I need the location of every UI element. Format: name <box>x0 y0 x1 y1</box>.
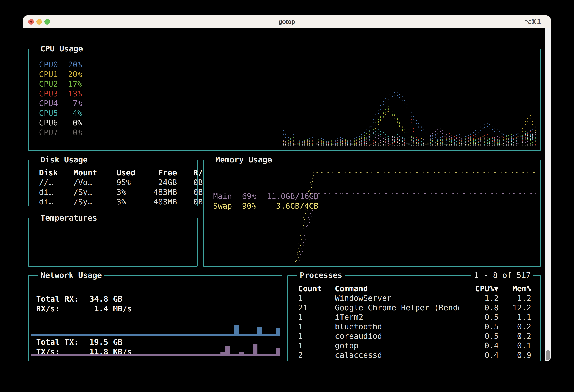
cpu-legend-row: CPU2 17% <box>39 79 82 89</box>
cpu-legend-row: CPU1 20% <box>39 69 82 79</box>
process-table-row[interactable]: 4 Google Chrome Helper 0.3 0.7 <box>298 360 531 361</box>
cpu-legend-row: CPU3 13% <box>39 89 82 98</box>
process-table-row[interactable]: 1 iTerm2 0.5 1.1 <box>298 312 531 322</box>
process-table-row[interactable]: 1 WindowServer 1.2 1.2 <box>298 293 531 303</box>
scrollbar-thumb[interactable] <box>546 350 550 360</box>
process-cell-count: 4 <box>298 360 335 362</box>
memory-history-chart <box>205 162 538 264</box>
memory-detail: 11.0GB/16GB <box>256 192 319 201</box>
cpu-core-percent: 20% <box>58 60 82 69</box>
process-header-cpu[interactable]: CPU%▼ <box>459 284 499 293</box>
process-cell-cpu: 0.4 <box>459 341 499 350</box>
cpu-usage-panel: CPU Usage CPU0 20% CPU1 20% CPU2 17% CPU… <box>28 49 541 151</box>
processes-panel: Processes 1 - 8 of 517 Count Command CPU… <box>287 275 541 361</box>
disk-cell-used: 3% <box>117 197 153 206</box>
network-rx-rate-row: RX/s:1.4 MB/s <box>36 304 132 313</box>
disk-cell-disk: di… <box>39 187 73 197</box>
tx-sparkline-chart <box>31 342 280 356</box>
process-cell-count: 21 <box>298 303 335 312</box>
cpu-legend-row: CPU4 7% <box>39 98 82 108</box>
memory-percent: 69% <box>232 192 256 201</box>
disk-cell-disk: //… <box>39 178 73 187</box>
memory-legend-row: Swap 90% 3.6GB/4GB <box>213 201 319 211</box>
disk-cell-rs: 0B <box>177 187 203 197</box>
cpu-core-percent: 4% <box>58 108 82 118</box>
disk-cell-mount: /Vo… <box>73 178 117 187</box>
window-shortcut-badge: ⌥⌘1 <box>524 16 541 28</box>
memory-label: Main <box>213 192 232 201</box>
disk-cell-used: 95% <box>117 178 153 187</box>
process-cell-mem: 0.2 <box>499 322 531 331</box>
disk-cell-free: 483MB <box>153 197 177 206</box>
cpu-core-percent: 7% <box>58 99 82 108</box>
memory-usage-panel: Memory Usage Main 69% 11.0GB/16GB Swap 9… <box>203 160 541 267</box>
memory-label: Swap <box>213 201 232 210</box>
cpu-legend-row: CPU5 4% <box>39 108 82 118</box>
disk-table-row[interactable]: di… /Sy… 3% 483MB 0B <box>39 187 203 197</box>
process-cell-count: 2 <box>298 351 335 360</box>
process-cell-mem: 12.2 <box>499 303 531 312</box>
process-cell-cpu: 0.3 <box>459 360 499 362</box>
disk-cell-rs: 0B <box>177 197 203 206</box>
network-panel-title: Network Usage <box>38 271 104 280</box>
disk-header-mount: Mount <box>73 168 117 177</box>
process-header-count[interactable]: Count <box>298 284 335 293</box>
process-cell-command: bluetoothd <box>335 322 459 331</box>
process-cell-mem: 1.2 <box>499 294 531 303</box>
process-cell-cpu: 0.4 <box>459 351 499 360</box>
disk-header-used: Used <box>117 168 153 177</box>
disk-table-row[interactable]: //… /Vo… 95% 24GB 0B <box>39 177 203 187</box>
cpu-core-percent: 0% <box>58 128 82 137</box>
process-table-row[interactable]: 1 gotop 0.4 0.1 <box>298 341 531 350</box>
disk-cell-mount: /Sy… <box>73 197 117 206</box>
processes-pagination: 1 - 8 of 517 <box>471 271 533 280</box>
rx-rate-label: RX/s: <box>36 304 80 313</box>
disk-cell-rs: 0B <box>177 178 203 187</box>
process-cell-cpu: 0.5 <box>459 331 499 341</box>
process-cell-count: 1 <box>298 312 335 322</box>
cpu-core-label: CPU5 <box>39 108 58 118</box>
process-cell-command: calaccessd <box>335 351 459 360</box>
disk-usage-panel: Disk Usage Disk Mount Used Free R/s //… … <box>28 160 198 206</box>
disk-cell-disk: di… <box>39 197 73 206</box>
temperatures-panel-title: Temperatures <box>38 213 100 222</box>
process-cell-command: Google Chrome Helper (Rende… <box>335 303 459 312</box>
disk-header-free: Free <box>153 168 177 177</box>
window-titlebar[interactable]: gotop ⌥⌘1 <box>23 16 551 28</box>
scrollbar-track[interactable] <box>545 28 551 361</box>
cpu-core-label: CPU7 <box>39 128 58 137</box>
network-rx-total-row: Total RX:34.8 GB <box>36 294 123 304</box>
cpu-core-percent: 20% <box>58 70 82 79</box>
process-table-row[interactable]: 2 calaccessd 0.4 0.9 <box>298 350 531 360</box>
process-cell-count: 1 <box>298 294 335 303</box>
process-table-row[interactable]: 1 coreaudiod 0.5 0.2 <box>298 331 531 341</box>
process-cell-count: 1 <box>298 322 335 331</box>
process-cell-mem: 0.2 <box>499 331 531 341</box>
process-cell-command: coreaudiod <box>335 331 459 341</box>
cpu-core-percent: 0% <box>58 118 82 127</box>
network-usage-panel: Network Usage Total RX:34.8 GB RX/s:1.4 … <box>28 275 282 361</box>
process-table-header[interactable]: Count Command CPU%▼ Mem% <box>298 284 531 293</box>
cpu-core-percent: 17% <box>58 80 82 88</box>
process-cell-cpu: 0.8 <box>459 303 499 312</box>
process-header-command[interactable]: Command <box>335 284 459 293</box>
processes-panel-title: Processes <box>297 271 345 280</box>
rx-total-value: 34.8 <box>80 294 108 304</box>
cpu-core-percent: 13% <box>58 89 82 98</box>
disk-table-row[interactable]: di… /Sy… 3% 483MB 0B <box>39 197 203 206</box>
process-cell-mem: 0.9 <box>499 351 531 360</box>
rx-total-label: Total RX: <box>36 294 80 304</box>
process-cell-cpu: 1.2 <box>459 294 499 303</box>
process-cell-cpu: 0.5 <box>459 322 499 331</box>
disk-panel-title: Disk Usage <box>38 155 90 164</box>
process-table-row[interactable]: 21 Google Chrome Helper (Rende… 0.8 12.2 <box>298 303 531 312</box>
process-cell-command: WindowServer <box>335 294 459 303</box>
temperatures-panel: Temperatures <box>28 218 198 267</box>
process-cell-count: 1 <box>298 331 335 341</box>
process-cell-command: Google Chrome Helper <box>335 360 459 362</box>
disk-cell-free: 483MB <box>153 187 177 197</box>
process-header-mem[interactable]: Mem% <box>499 284 531 293</box>
cpu-core-label: CPU3 <box>39 89 58 98</box>
process-table-row[interactable]: 1 bluetoothd 0.5 0.2 <box>298 322 531 331</box>
cpu-history-chart <box>30 51 538 147</box>
